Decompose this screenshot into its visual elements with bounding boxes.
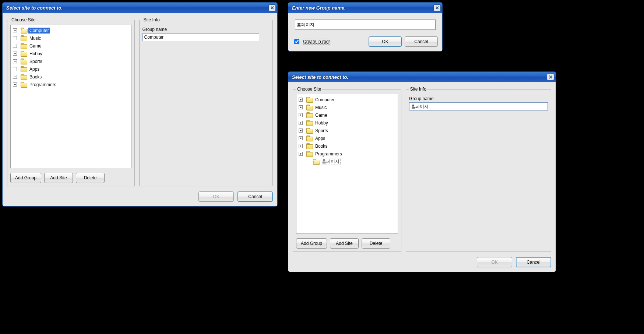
folder-icon	[306, 143, 313, 149]
dialog-title: Select site to connect to.	[6, 5, 268, 11]
close-icon[interactable]: ✕	[268, 4, 276, 11]
tree-item-label[interactable]: Game	[28, 43, 43, 49]
tree-item-label[interactable]: Sports	[28, 59, 43, 64]
tree-item[interactable]: +Programmers	[297, 150, 397, 158]
tree-item[interactable]: +Hobby	[11, 50, 130, 57]
tree-item[interactable]: +Game	[297, 111, 397, 119]
titlebar[interactable]: Enter new Group name. ✕	[288, 3, 442, 13]
tree-item-label[interactable]: Music	[28, 35, 42, 41]
create-in-root-checkbox[interactable]	[294, 39, 299, 44]
close-icon[interactable]: ✕	[547, 74, 554, 80]
enter-group-name-dialog: Enter new Group name. ✕ Create in root O…	[288, 2, 443, 52]
site-info-legend: Site Info	[409, 87, 427, 92]
add-group-button[interactable]: Add Group	[10, 173, 41, 183]
expand-icon[interactable]: +	[13, 28, 17, 32]
tree-item-label[interactable]: Computer	[314, 97, 336, 103]
tree-item[interactable]: +Game	[11, 42, 130, 50]
group-name-input[interactable]	[142, 33, 260, 41]
folder-icon	[306, 97, 313, 102]
tree-item[interactable]: +Apps	[11, 65, 130, 73]
tree-item[interactable]: +Sports	[11, 57, 130, 65]
tree-item-label[interactable]: Hobby	[314, 120, 329, 126]
folder-icon	[306, 112, 313, 118]
close-icon[interactable]: ✕	[433, 4, 441, 11]
add-group-button[interactable]: Add Group	[296, 238, 327, 249]
tree-item-label[interactable]: Books	[314, 143, 328, 149]
expand-icon[interactable]: +	[13, 59, 17, 63]
site-tree[interactable]: +Computer+Music+Game+Hobby+Sports+Apps+B…	[296, 94, 398, 234]
group-name-input[interactable]	[409, 102, 548, 110]
tree-item-label[interactable]: 홈페이지	[321, 158, 341, 165]
dialog-title: Select site to connect to.	[292, 74, 547, 80]
site-tree[interactable]: +Computer+Music+Game+Hobby+Sports+Apps+B…	[10, 25, 131, 168]
cancel-button[interactable]: Cancel	[405, 36, 438, 47]
tree-item[interactable]: +Sports	[297, 127, 397, 134]
expand-icon[interactable]: +	[299, 129, 303, 133]
folder-icon	[306, 105, 313, 110]
tree-item[interactable]: +Books	[297, 142, 397, 150]
ok-button: OK	[198, 191, 234, 202]
expand-icon[interactable]: +	[299, 113, 303, 117]
tree-item[interactable]: +Computer	[297, 96, 397, 103]
folder-icon	[306, 136, 313, 141]
tree-item[interactable]: +Music	[11, 34, 130, 42]
expand-icon[interactable]: +	[299, 136, 303, 140]
tree-item-label[interactable]: Game	[314, 112, 328, 118]
expand-icon[interactable]: +	[13, 67, 17, 71]
expand-icon[interactable]: +	[13, 36, 17, 40]
group-name-label: Group name	[409, 96, 548, 101]
tree-item-label[interactable]: Computer	[28, 28, 50, 34]
tree-item-label[interactable]: Books	[28, 74, 43, 80]
delete-button[interactable]: Delete	[76, 173, 105, 183]
tree-item[interactable]: +Hobby	[297, 119, 397, 127]
tree-item[interactable]: +Computer	[11, 27, 130, 34]
folder-icon	[21, 74, 27, 80]
expand-icon[interactable]: +	[299, 121, 303, 125]
site-info-group: Site Info Group name	[406, 87, 551, 252]
tree-item-label[interactable]: Hobby	[28, 51, 43, 57]
tree-item[interactable]: +Programmers	[11, 81, 130, 88]
create-in-root-label[interactable]: Create in root	[302, 39, 331, 45]
add-site-button[interactable]: Add Site	[44, 173, 73, 183]
expand-icon[interactable]: +	[13, 75, 17, 79]
tree-item-label[interactable]: Sports	[314, 128, 329, 134]
choose-site-group: Choose Site +Computer+Music+Game+Hobby+S…	[7, 17, 135, 186]
select-site-dialog-2: Select site to connect to. ✕ Choose Site…	[288, 71, 556, 272]
tree-item-label[interactable]: Apps	[28, 66, 41, 72]
titlebar[interactable]: Select site to connect to. ✕	[288, 72, 556, 82]
select-site-dialog-1: Select site to connect to. ✕ Choose Site…	[2, 2, 278, 207]
tree-item-label[interactable]: Music	[314, 105, 328, 110]
folder-icon	[21, 66, 27, 72]
add-site-button[interactable]: Add Site	[330, 238, 359, 249]
tree-item-label[interactable]: Apps	[314, 136, 326, 141]
folder-icon	[306, 128, 313, 133]
cancel-button[interactable]: Cancel	[516, 257, 551, 267]
folder-icon	[313, 159, 320, 164]
group-name-label: Group name	[142, 27, 270, 32]
expand-icon[interactable]: +	[13, 44, 17, 48]
expand-icon[interactable]: +	[299, 144, 303, 148]
tree-item[interactable]: +Apps	[297, 134, 397, 142]
ok-button[interactable]: OK	[369, 36, 402, 47]
tree-item[interactable]: +Music	[297, 103, 397, 111]
site-info-legend: Site Info	[142, 17, 161, 22]
cancel-button[interactable]: Cancel	[237, 191, 273, 202]
choose-site-legend: Choose Site	[10, 17, 36, 22]
folder-icon	[306, 151, 313, 157]
choose-site-legend: Choose Site	[296, 87, 322, 92]
delete-button[interactable]: Delete	[362, 238, 390, 249]
ok-button: OK	[477, 257, 512, 267]
expand-icon[interactable]: +	[13, 52, 17, 56]
expand-icon[interactable]: +	[13, 82, 17, 87]
tree-item[interactable]: +Books	[11, 73, 130, 81]
tree-item-label[interactable]: Programmers	[314, 151, 343, 157]
folder-icon	[21, 59, 27, 64]
tree-item-label[interactable]: Programmers	[28, 82, 57, 88]
expand-icon[interactable]: +	[299, 105, 303, 109]
expand-icon[interactable]: +	[299, 152, 303, 156]
expand-icon[interactable]: +	[299, 98, 303, 102]
group-name-input[interactable]	[295, 20, 436, 30]
tree-item[interactable]: 홈페이지	[297, 158, 397, 165]
titlebar[interactable]: Select site to connect to. ✕	[3, 3, 277, 13]
folder-icon	[21, 28, 27, 33]
